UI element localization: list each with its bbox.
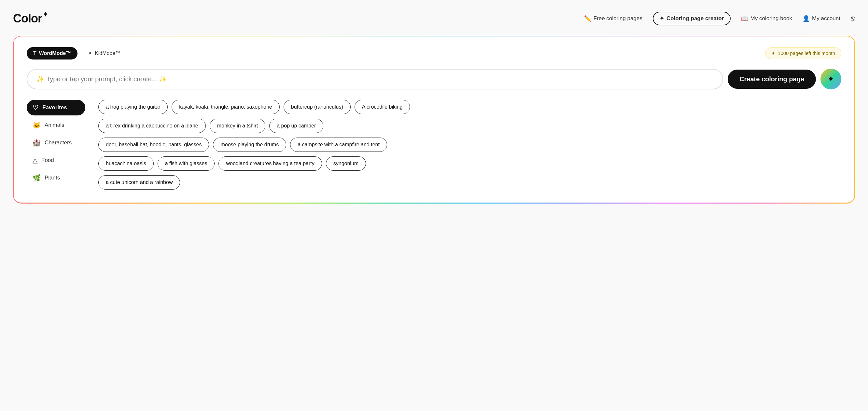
pill-1-1[interactable]: monkey in a tshirt xyxy=(210,119,265,133)
pill-1-0[interactable]: a t-rex drinking a cappuccino on a plane xyxy=(98,119,206,133)
kid-mode-tab[interactable]: ✦ KidMode™ xyxy=(82,47,127,60)
kid-mode-icon: ✦ xyxy=(88,50,92,56)
sidebar-item-animals[interactable]: 🐱Animals xyxy=(27,117,85,133)
coloring-book-icon: 📖 xyxy=(741,15,748,22)
pill-3-0[interactable]: huacachina oasis xyxy=(98,157,154,171)
logo-star: ✦ xyxy=(43,10,48,18)
word-mode-icon: T xyxy=(33,50,36,56)
sidebar-item-characters[interactable]: 🏰Characters xyxy=(27,135,85,150)
pill-2-0[interactable]: deer, baseball hat, hoodie, pants, glass… xyxy=(98,138,209,152)
logout-icon[interactable]: ⎋ xyxy=(851,14,855,23)
sidebar-item-plants[interactable]: 🌿Plants xyxy=(27,170,85,186)
pill-4-0[interactable]: a cute unicorn and a rainbow xyxy=(98,175,180,190)
pill-3-3[interactable]: syngonium xyxy=(326,157,366,171)
plants-sidebar-label: Plants xyxy=(44,175,60,181)
main-card: T WordMode™ ✦ KidMode™ ✦ 1000 pages left… xyxy=(13,36,855,203)
nav-item-account[interactable]: 👤My account xyxy=(803,15,840,22)
search-input-wrap[interactable] xyxy=(27,69,723,90)
pill-0-0[interactable]: a frog playing the guitar xyxy=(98,100,168,114)
nav-item-free-coloring[interactable]: ✏️Free coloring pages xyxy=(584,15,642,22)
creator-icon: ✦ xyxy=(659,15,664,22)
animals-sidebar-label: Animals xyxy=(44,122,64,129)
characters-sidebar-icon: 🏰 xyxy=(33,139,41,147)
logo-text: Color xyxy=(13,12,42,25)
nav-item-creator[interactable]: ✦Coloring page creator xyxy=(653,12,731,25)
sparkle-button[interactable]: ✦ xyxy=(820,69,841,90)
pages-left-icon: ✦ xyxy=(771,50,776,56)
word-mode-label: WordMode™ xyxy=(39,50,71,56)
create-button[interactable]: Create coloring page xyxy=(728,70,816,89)
favorites-sidebar-label: Favorites xyxy=(42,104,67,111)
word-mode-tab[interactable]: T WordMode™ xyxy=(27,47,78,60)
header: Color✦ ✏️Free coloring pages✦Coloring pa… xyxy=(13,6,855,33)
pills-row-2: deer, baseball hat, hoodie, pants, glass… xyxy=(98,138,841,152)
plants-sidebar-icon: 🌿 xyxy=(33,174,41,182)
pills-row-4: a cute unicorn and a rainbow xyxy=(98,175,841,190)
search-row: Create coloring page ✦ xyxy=(27,69,841,90)
food-sidebar-label: Food xyxy=(41,157,54,164)
search-input[interactable] xyxy=(36,75,713,83)
favorites-sidebar-icon: ♡ xyxy=(33,104,38,111)
pills-row-1: a t-rex drinking a cappuccino on a plane… xyxy=(98,119,841,133)
characters-sidebar-label: Characters xyxy=(44,139,72,146)
animals-sidebar-icon: 🐱 xyxy=(33,121,41,129)
content-area: ♡Favorites🐱Animals🏰Characters△Food🌿Plant… xyxy=(27,100,841,190)
main-nav: ✏️Free coloring pages✦Coloring page crea… xyxy=(584,12,855,25)
mode-tab-group: T WordMode™ ✦ KidMode™ xyxy=(27,47,127,60)
free-coloring-icon: ✏️ xyxy=(584,15,591,22)
pill-3-2[interactable]: woodland creatures having a tea party xyxy=(218,157,322,171)
sidebar-item-favorites[interactable]: ♡Favorites xyxy=(27,100,85,115)
pill-2-1[interactable]: moose playing the drums xyxy=(213,138,286,152)
account-icon: 👤 xyxy=(803,15,810,22)
sidebar: ♡Favorites🐱Animals🏰Characters△Food🌿Plant… xyxy=(27,100,85,190)
pages-left-text: 1000 pages left this month xyxy=(778,50,835,56)
pill-3-1[interactable]: a fish with glasses xyxy=(158,157,215,171)
create-button-label: Create coloring page xyxy=(739,75,804,82)
pill-0-2[interactable]: buttercup (ranunculus) xyxy=(284,100,351,114)
mode-tabs: T WordMode™ ✦ KidMode™ ✦ 1000 pages left… xyxy=(27,47,841,60)
pill-1-2[interactable]: a pop up camper xyxy=(269,119,323,133)
pages-left-badge: ✦ 1000 pages left this month xyxy=(765,47,841,59)
pill-0-1[interactable]: kayak, koala, triangle, piano, saxophone xyxy=(172,100,280,114)
nav-item-coloring-book[interactable]: 📖My coloring book xyxy=(741,15,793,22)
kid-mode-label: KidMode™ xyxy=(95,50,121,56)
food-sidebar-icon: △ xyxy=(33,157,37,164)
free-coloring-label: Free coloring pages xyxy=(593,15,642,22)
pills-row-3: huacachina oasisa fish with glasseswoodl… xyxy=(98,157,841,171)
pills-row-0: a frog playing the guitarkayak, koala, t… xyxy=(98,100,841,114)
pills-area: a frog playing the guitarkayak, koala, t… xyxy=(98,100,841,190)
pill-0-3[interactable]: A crocodile biking xyxy=(354,100,410,114)
sidebar-item-food[interactable]: △Food xyxy=(27,152,85,168)
account-label: My account xyxy=(812,15,840,22)
coloring-book-label: My coloring book xyxy=(750,15,793,22)
sparkle-icon: ✦ xyxy=(827,74,834,84)
logo[interactable]: Color✦ xyxy=(13,12,48,25)
pill-2-2[interactable]: a campsite with a campfire and tent xyxy=(290,138,387,152)
creator-label: Coloring page creator xyxy=(666,15,724,22)
